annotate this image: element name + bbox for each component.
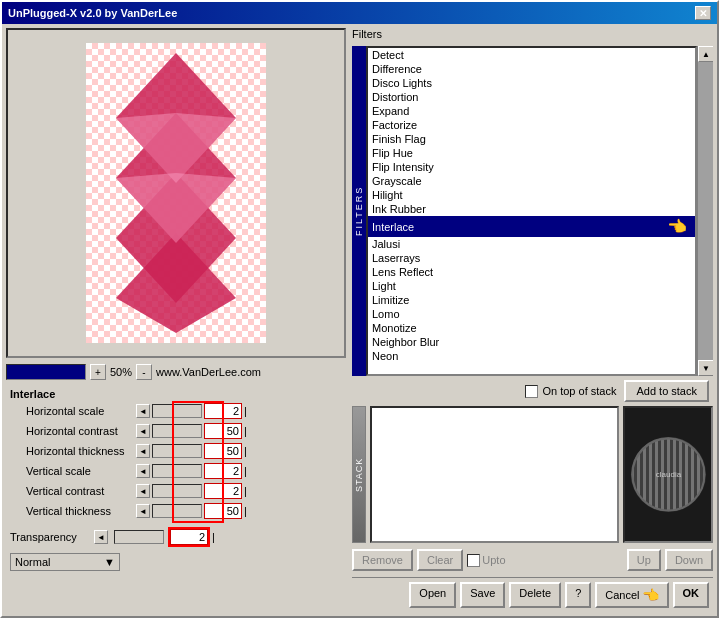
horizontal-scale-value[interactable]: 2 xyxy=(204,403,242,419)
title-bar: UnPlugged-X v2.0 by VanDerLee ✕ xyxy=(2,2,717,24)
horizontal-scale-slider[interactable] xyxy=(152,404,202,418)
on-top-label: On top of stack xyxy=(542,385,616,397)
vertical-contrast-arrow[interactable]: ◄ xyxy=(136,484,150,498)
filters-top: FILTERS Detect Difference Disco Lights D… xyxy=(352,46,713,376)
filter-item-neon[interactable]: Neon xyxy=(368,349,695,363)
url-label: www.VanDerLee.com xyxy=(156,366,261,378)
scroll-up-button[interactable]: ▲ xyxy=(698,46,713,62)
horizontal-thickness-arrow[interactable]: ◄ xyxy=(136,444,150,458)
filter-item-lomo[interactable]: Lomo xyxy=(368,307,695,321)
horizontal-contrast-arrow[interactable]: ◄ xyxy=(136,424,150,438)
preview-area xyxy=(6,28,346,358)
add-to-stack-button[interactable]: Add to stack xyxy=(624,380,709,402)
stack-sidebar: STACK xyxy=(352,406,366,543)
filter-list-row: FILTERS Detect Difference Disco Lights D… xyxy=(352,46,713,376)
ok-button[interactable]: OK xyxy=(673,582,710,608)
stack-content xyxy=(370,406,619,543)
horizontal-thickness-value[interactable]: 50 xyxy=(204,443,242,459)
filter-item-detect[interactable]: Detect xyxy=(368,48,695,62)
transparency-arrow[interactable]: ◄ xyxy=(94,530,108,544)
vertical-scale-arrow[interactable]: ◄ xyxy=(136,464,150,478)
filter-item-difference[interactable]: Difference xyxy=(368,62,695,76)
filter-item-finish-flag[interactable]: Finish Flag xyxy=(368,132,695,146)
trans-sep: | xyxy=(212,531,215,543)
final-btn-row: Open Save Delete ? Cancel 👈 OK xyxy=(352,577,713,612)
down-button[interactable]: Down xyxy=(665,549,713,571)
horizontal-thickness-label: Horizontal thickness xyxy=(26,445,136,457)
zoom-value: 50% xyxy=(110,366,132,378)
cancel-button[interactable]: Cancel 👈 xyxy=(595,582,668,608)
filters-list[interactable]: Detect Difference Disco Lights Distortio… xyxy=(366,46,697,376)
scroll-track[interactable] xyxy=(698,62,713,360)
save-button[interactable]: Save xyxy=(460,582,505,608)
filter-item-flip-hue[interactable]: Flip Hue xyxy=(368,146,695,160)
clear-button[interactable]: Clear xyxy=(417,549,463,571)
vertical-scale-row: Vertical scale ◄ 2 | xyxy=(26,463,342,479)
preview-canvas xyxy=(86,43,266,343)
vertical-thickness-label: Vertical thickness xyxy=(26,505,136,517)
h-scale-sep: | xyxy=(244,405,247,417)
upto-label: Upto xyxy=(482,554,505,566)
vertical-thickness-slider[interactable] xyxy=(152,504,202,518)
cancel-hand-icon: 👈 xyxy=(642,587,659,603)
upto-checkbox-row: Upto xyxy=(467,549,505,571)
filter-item-lens-reflect[interactable]: Lens Reflect xyxy=(368,265,695,279)
up-button[interactable]: Up xyxy=(627,549,661,571)
filter-item-laserrays[interactable]: Laserrays xyxy=(368,251,695,265)
filter-item-disco-lights[interactable]: Disco Lights xyxy=(368,76,695,90)
zoom-plus-button[interactable]: + xyxy=(90,364,106,380)
vertical-scale-value[interactable]: 2 xyxy=(204,463,242,479)
filter-item-expand[interactable]: Expand xyxy=(368,104,695,118)
zoom-slider[interactable] xyxy=(6,364,86,380)
open-button[interactable]: Open xyxy=(409,582,456,608)
vertical-contrast-label: Vertical contrast xyxy=(26,485,136,497)
filter-item-distortion[interactable]: Distortion xyxy=(368,90,695,104)
scroll-down-button[interactable]: ▼ xyxy=(698,360,713,376)
zoom-bar: + 50% - www.VanDerLee.com xyxy=(6,362,346,382)
horizontal-contrast-label: Horizontal contrast xyxy=(26,425,136,437)
filter-item-ink-rubber[interactable]: Ink Rubber xyxy=(368,202,695,216)
filter-item-monotize[interactable]: Monotize xyxy=(368,321,695,335)
main-window: UnPlugged-X v2.0 by VanDerLee ✕ xyxy=(0,0,719,618)
vertical-thickness-value[interactable]: 50 xyxy=(204,503,242,519)
transparency-value[interactable]: 2 xyxy=(170,529,208,545)
window-title: UnPlugged-X v2.0 by VanDerLee xyxy=(8,7,177,19)
vertical-thickness-arrow[interactable]: ◄ xyxy=(136,504,150,518)
filter-item-flip-intensity[interactable]: Flip Intensity xyxy=(368,160,695,174)
vertical-scale-slider[interactable] xyxy=(152,464,202,478)
blend-mode-dropdown[interactable]: Normal ▼ xyxy=(10,553,120,571)
on-top-stack: On top of stack xyxy=(525,385,616,398)
horizontal-contrast-value[interactable]: 50 xyxy=(204,423,242,439)
filter-item-jalusi[interactable]: Jalusi xyxy=(368,237,695,251)
vertical-contrast-slider[interactable] xyxy=(152,484,202,498)
help-button[interactable]: ? xyxy=(565,582,591,608)
right-section: Filters FILTERS Detect Difference Disco … xyxy=(352,28,713,612)
interlace-title: Interlace xyxy=(10,388,342,400)
zoom-minus-button[interactable]: - xyxy=(136,364,152,380)
filter-item-limitize[interactable]: Limitize xyxy=(368,293,695,307)
filter-item-neighbor-blur[interactable]: Neighbor Blur xyxy=(368,335,695,349)
horizontal-thickness-slider[interactable] xyxy=(152,444,202,458)
horizontal-thickness-row: Horizontal thickness ◄ 50 | xyxy=(26,443,342,459)
filter-item-hilight[interactable]: Hilight xyxy=(368,188,695,202)
filter-item-grayscale[interactable]: Grayscale xyxy=(368,174,695,188)
filter-item-interlace[interactable]: Interlace 👈 xyxy=(368,216,695,237)
transparency-slider[interactable] xyxy=(114,530,164,544)
transparency-label: Transparency xyxy=(10,531,90,543)
horizontal-contrast-slider[interactable] xyxy=(152,424,202,438)
h-contrast-sep: | xyxy=(244,425,247,437)
delete-button[interactable]: Delete xyxy=(509,582,561,608)
filters-scrollbar: ▲ ▼ xyxy=(697,46,713,376)
close-button[interactable]: ✕ xyxy=(695,6,711,20)
vertical-contrast-value[interactable]: 2 xyxy=(204,483,242,499)
remove-button[interactable]: Remove xyxy=(352,549,413,571)
on-top-checkbox[interactable] xyxy=(525,385,538,398)
logo-circle: claudia xyxy=(631,437,706,512)
filter-item-light[interactable]: Light xyxy=(368,279,695,293)
filters-sidebar: FILTERS xyxy=(352,46,366,376)
filter-item-factorize[interactable]: Factorize xyxy=(368,118,695,132)
v-thick-sep: | xyxy=(244,505,247,517)
horizontal-scale-arrow[interactable]: ◄ xyxy=(136,404,150,418)
upto-checkbox[interactable] xyxy=(467,554,480,567)
transparency-row: Transparency ◄ 2 | xyxy=(6,527,346,547)
